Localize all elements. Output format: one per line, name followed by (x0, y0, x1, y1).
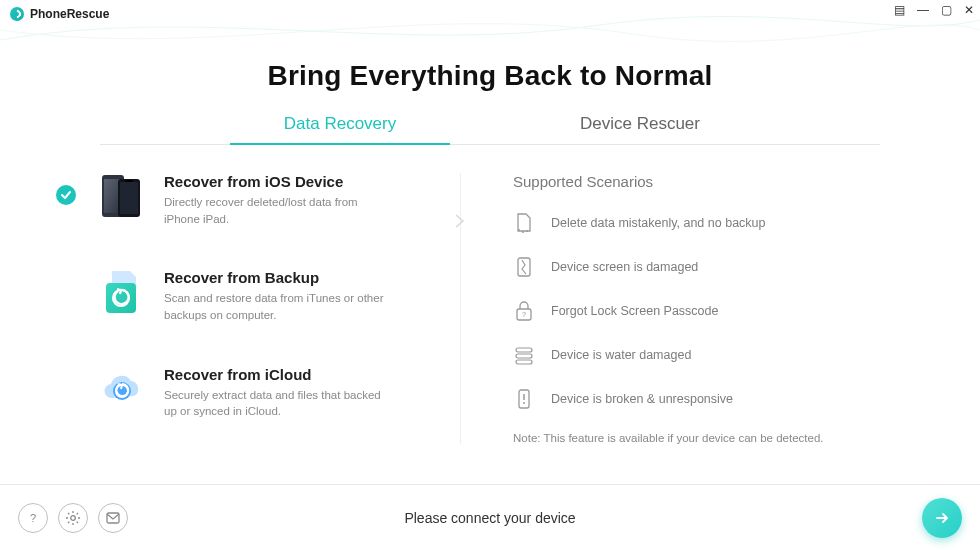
scenarios-heading: Supported Scenarios (513, 173, 880, 190)
alert-device-icon (513, 388, 535, 410)
option-icloud-desc: Securely extract data and files that bac… (164, 387, 384, 420)
scenarios-note: Note: This feature is available if your … (513, 432, 880, 444)
footer-message: Please connect your device (404, 510, 575, 526)
svg-line-28 (77, 521, 78, 522)
footer-bar: ? Please connect your device (0, 484, 980, 550)
ios-device-icon (100, 173, 146, 219)
app-name: PhoneRescue (30, 7, 109, 21)
main-content: Bring Everything Back to Normal Data Rec… (0, 30, 980, 480)
app-logo-icon (10, 7, 24, 21)
svg-point-10 (522, 231, 524, 233)
svg-rect-17 (516, 360, 532, 364)
option-icloud-title: Recover from iCloud (164, 366, 384, 383)
lock-icon: ? (513, 300, 535, 322)
svg-line-30 (77, 513, 78, 514)
tab-device-rescuer[interactable]: Device Rescuer (490, 114, 790, 144)
settings-button[interactable] (58, 503, 88, 533)
option-backup-title: Recover from Backup (164, 269, 384, 286)
scenario-label: Device is broken & unresponsive (551, 392, 733, 406)
svg-point-9 (518, 229, 520, 231)
svg-point-20 (523, 402, 525, 404)
scenario-label: Delete data mistakenly, and no backup (551, 216, 765, 230)
cracked-screen-icon (513, 256, 535, 278)
scenario-label: Device is water damaged (551, 348, 691, 362)
file-delete-icon (513, 212, 535, 234)
option-recover-icloud[interactable]: Recover from iCloud Securely extract dat… (100, 366, 460, 420)
icloud-icon (100, 366, 146, 412)
mode-tabs: Data Recovery Device Rescuer (100, 114, 880, 145)
window-maximize-button[interactable]: ▢ (941, 4, 952, 16)
scenario-item: Device screen is damaged (513, 256, 880, 278)
svg-rect-3 (120, 182, 138, 214)
option-ios-desc: Directly recover deleted/lost data from … (164, 194, 384, 227)
app-brand: PhoneRescue (10, 7, 109, 21)
next-button[interactable] (922, 498, 962, 538)
option-recover-backup[interactable]: Recover from Backup Scan and restore dat… (100, 269, 460, 323)
option-recover-ios[interactable]: Recover from iOS Device Directly recover… (100, 173, 460, 227)
selected-check-icon (56, 185, 76, 205)
page-title: Bring Everything Back to Normal (100, 60, 880, 92)
scenario-item: Delete data mistakenly, and no backup (513, 212, 880, 234)
svg-rect-5 (106, 283, 136, 313)
svg-rect-16 (516, 354, 532, 358)
scenario-label: Forgot Lock Screen Passcode (551, 304, 718, 318)
scenario-item: ? Forgot Lock Screen Passcode (513, 300, 880, 322)
svg-line-27 (68, 513, 69, 514)
window-minimize-button[interactable]: — (917, 4, 929, 16)
svg-rect-4 (125, 180, 133, 182)
svg-text:?: ? (522, 311, 526, 318)
svg-line-29 (68, 521, 69, 522)
tab-data-recovery[interactable]: Data Recovery (190, 114, 490, 144)
svg-rect-31 (107, 513, 119, 523)
title-bar: PhoneRescue ▤ — ▢ ✕ (0, 0, 980, 28)
scenario-item: Device is water damaged (513, 344, 880, 366)
recovery-options: Recover from iOS Device Directly recover… (100, 173, 460, 444)
window-close-button[interactable]: ✕ (964, 4, 974, 16)
scenarios-panel: Supported Scenarios Delete data mistaken… (460, 173, 880, 444)
svg-rect-15 (516, 348, 532, 352)
svg-point-11 (526, 230, 528, 232)
scenario-label: Device screen is damaged (551, 260, 698, 274)
help-button[interactable]: ? (18, 503, 48, 533)
window-menu-icon[interactable]: ▤ (894, 4, 905, 16)
backup-file-icon (100, 269, 146, 315)
option-backup-desc: Scan and restore data from iTunes or oth… (164, 290, 384, 323)
chevron-right-icon (454, 213, 466, 229)
option-icloud-text: Recover from iCloud Securely extract dat… (164, 366, 384, 420)
option-ios-text: Recover from iOS Device Directly recover… (164, 173, 384, 227)
option-backup-text: Recover from Backup Scan and restore dat… (164, 269, 384, 323)
svg-text:?: ? (30, 512, 36, 524)
option-ios-title: Recover from iOS Device (164, 173, 384, 190)
app-window: PhoneRescue ▤ — ▢ ✕ Bring Everything Bac… (0, 0, 980, 550)
window-controls: ▤ — ▢ ✕ (894, 4, 974, 16)
feedback-button[interactable] (98, 503, 128, 533)
water-damage-icon (513, 344, 535, 366)
svg-point-22 (71, 515, 76, 520)
content-columns: Recover from iOS Device Directly recover… (100, 173, 880, 444)
scenario-item: Device is broken & unresponsive (513, 388, 880, 410)
